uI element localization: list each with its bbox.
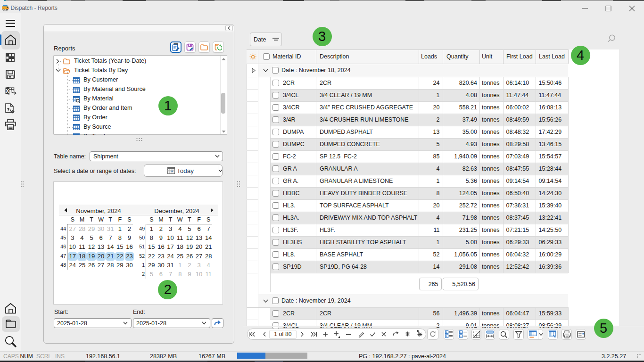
- svg-text:X: X: [6, 88, 9, 94]
